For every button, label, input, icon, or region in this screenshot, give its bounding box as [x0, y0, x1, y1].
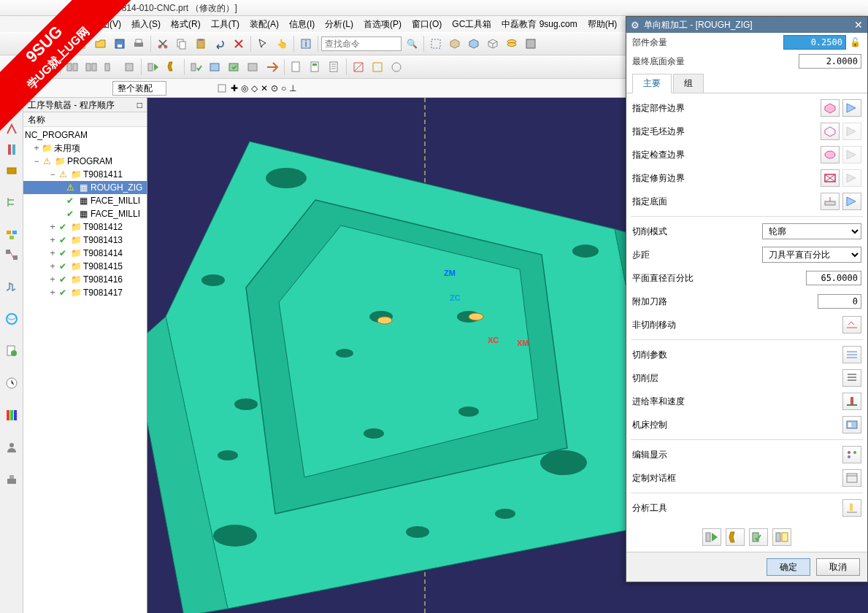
tree-root[interactable]: NC_PROGRAM — [23, 128, 147, 142]
floor-allowance-input[interactable] — [799, 54, 861, 69]
tree-t7[interactable]: +✔📁T9081417 — [23, 286, 147, 299]
spec-floor-show-icon[interactable] — [842, 193, 861, 210]
tree-t3[interactable]: +✔📁T9081413 — [23, 234, 147, 247]
nav-reuse-icon[interactable] — [4, 279, 20, 295]
cam-geom-icon[interactable] — [39, 58, 57, 76]
spec-trim-select-icon[interactable] — [821, 169, 840, 187]
menu-tools[interactable]: 工具(T) — [207, 16, 244, 32]
mc-control-icon[interactable] — [842, 416, 861, 433]
tree-t2[interactable]: +✔📁T9081412 — [23, 220, 147, 234]
nav-clock-icon[interactable] — [4, 375, 20, 391]
snap-perp-icon[interactable]: ⊥ — [289, 83, 296, 93]
menu-prefs[interactable]: 首选项(P) — [359, 16, 406, 32]
spec-part-show-icon[interactable] — [842, 99, 861, 117]
close-icon[interactable]: ✕ — [854, 19, 863, 31]
spec-part-select-icon[interactable] — [821, 99, 840, 117]
nav-palette-icon[interactable] — [4, 407, 20, 423]
tree-face2[interactable]: ✔▦FACE_MILLI — [23, 207, 147, 220]
nav-part-icon[interactable] — [4, 101, 20, 117]
cam-program-icon[interactable] — [1, 58, 19, 76]
menu-insert[interactable]: 插入(S) — [127, 16, 165, 32]
cube-icon[interactable] — [465, 35, 483, 53]
menu-analyze[interactable]: 分析(L) — [320, 16, 358, 32]
menu-edu[interactable]: 中磊教育 9sug.com — [497, 16, 581, 32]
cut-level-icon[interactable] — [842, 369, 861, 387]
nav-history-icon[interactable] — [4, 343, 20, 359]
spec-check-show-icon[interactable] — [842, 146, 861, 163]
snap-tan-icon[interactable]: ○ — [281, 83, 286, 93]
create-method-icon[interactable] — [120, 58, 138, 76]
percent-input[interactable] — [806, 271, 861, 285]
simulate-icon[interactable] — [226, 58, 243, 76]
no-filter-icon[interactable] — [29, 82, 41, 94]
special-3-icon[interactable] — [388, 58, 405, 76]
ipr-icon[interactable] — [307, 58, 324, 76]
snap-quad-icon[interactable]: ◇ — [251, 83, 258, 93]
verify-path-icon[interactable] — [749, 528, 768, 546]
shop-doc-icon[interactable] — [288, 58, 305, 76]
cut-pattern-select[interactable]: 轮廓 — [762, 223, 861, 239]
snap-mid-icon[interactable]: ◎ — [241, 83, 248, 93]
new-icon[interactable] — [73, 35, 91, 53]
nav-assembly-icon[interactable] — [4, 226, 20, 242]
menu-view[interactable]: 视图(V) — [88, 16, 126, 32]
menu-info[interactable]: 信息(I) — [285, 16, 319, 32]
cancel-button[interactable]: 取消 — [816, 558, 860, 576]
tree-t6[interactable]: +✔📁T9081416 — [23, 273, 147, 286]
replay-icon[interactable] — [207, 58, 224, 76]
special-1-icon[interactable] — [350, 58, 367, 76]
open-icon[interactable] — [92, 35, 110, 53]
unlock-icon[interactable]: 🔓 — [848, 36, 861, 49]
create-tool-icon[interactable] — [82, 58, 100, 76]
nav-mc-icon[interactable] — [4, 142, 20, 158]
assembly-scope-dropdown[interactable]: 整个装配 — [112, 81, 166, 96]
menu-help[interactable]: 帮助(H) — [583, 16, 622, 32]
analyze-icon[interactable] — [842, 499, 861, 517]
generate-icon[interactable] — [145, 58, 162, 76]
clip-icon[interactable] — [522, 35, 539, 53]
tree-face1[interactable]: ✔▦FACE_MILLI — [23, 194, 147, 207]
spec-trim-show-icon[interactable] — [842, 169, 861, 187]
replay-path-icon[interactable] — [726, 528, 745, 546]
generate-path-icon[interactable] — [702, 528, 721, 546]
snap-int-icon[interactable]: ✕ — [261, 83, 268, 93]
touch-icon[interactable]: 👆 — [273, 35, 291, 53]
shade-icon[interactable] — [446, 35, 464, 53]
feed-speed-icon[interactable] — [842, 393, 861, 410]
post-icon[interactable] — [245, 58, 262, 76]
nav-machine-icon[interactable] — [4, 471, 20, 487]
undo-icon[interactable] — [211, 35, 228, 53]
nc-icon[interactable] — [326, 58, 343, 76]
filter-mode-icon[interactable] — [216, 82, 228, 94]
nav-geom-icon[interactable] — [4, 162, 20, 178]
dialog-title-bar[interactable]: ⚙ 单向粗加工 - [ROUGH_ZIG] ✕ — [626, 17, 867, 33]
command-search-input[interactable] — [321, 36, 402, 51]
noncut-icon[interactable] — [842, 316, 861, 334]
nav-constraint-icon[interactable] — [4, 247, 20, 263]
stepover-select[interactable]: 刀具平直百分比 — [762, 247, 861, 263]
fit-icon[interactable] — [427, 35, 445, 53]
cut-param-icon[interactable] — [842, 346, 861, 363]
custom-dlg-icon[interactable] — [842, 469, 861, 487]
snap-center-icon[interactable]: ⊙ — [271, 83, 278, 93]
nav-roles-icon[interactable] — [4, 439, 20, 455]
edit-disp-icon[interactable] — [842, 446, 861, 463]
list-path-icon[interactable] — [772, 528, 791, 546]
properties-icon[interactable]: i — [297, 35, 315, 53]
tree-unused[interactable]: +📁未用项 — [23, 142, 147, 155]
nav-tree-icon[interactable] — [4, 194, 20, 210]
pointer-icon[interactable] — [254, 35, 272, 53]
cut-icon[interactable] — [154, 35, 172, 53]
tree-rough-zig[interactable]: ⚠▦ROUGH_ZIG — [23, 181, 147, 194]
copy-icon[interactable] — [173, 35, 191, 53]
menu-format[interactable]: 格式(R) — [166, 16, 205, 32]
nav-web-icon[interactable] — [4, 311, 20, 327]
tab-main[interactable]: 主要 — [632, 74, 672, 93]
verify-icon[interactable] — [188, 58, 205, 76]
tree-t5[interactable]: +✔📁T9081415 — [23, 260, 147, 273]
pin-icon[interactable]: □ — [137, 98, 142, 112]
add-pass-input[interactable] — [818, 294, 861, 309]
create-op-icon[interactable] — [64, 58, 81, 76]
spec-blank-show-icon[interactable] — [842, 123, 861, 140]
delete-icon[interactable] — [230, 35, 247, 53]
